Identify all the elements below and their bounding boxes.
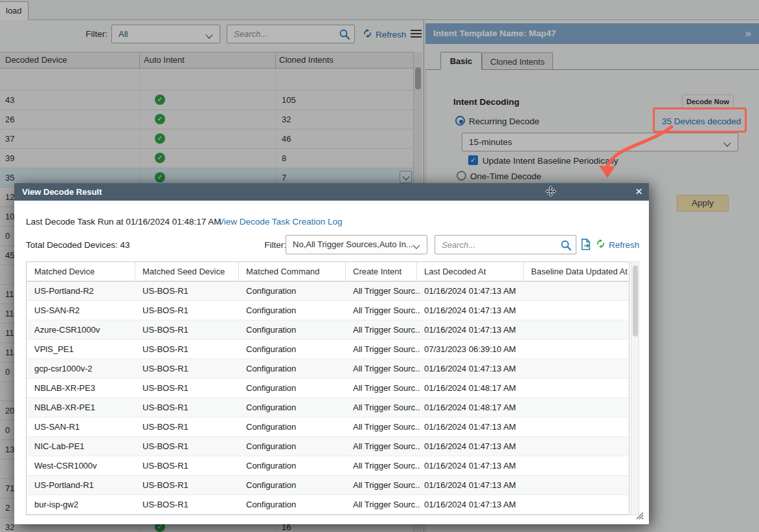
refresh-label: Refresh (609, 240, 639, 250)
matched-command-cell: Configuration (246, 359, 341, 378)
create-intent-cell: All Trigger Sourc... (353, 359, 420, 378)
last-decoded-cell: 01/16/2024 01:47:13 AM (424, 476, 519, 494)
decode-result-row: US-SAN-R2 US-BOS-R1 Configuration All Tr… (27, 301, 629, 320)
create-intent-cell: All Trigger Sourc... (353, 398, 420, 417)
matched-device-cell: NIC-Lab-PE1 (34, 437, 130, 456)
matched-seed-device-cell: US-BOS-R1 (142, 301, 233, 320)
modal-filter-dropdown[interactable]: No,All Trigger Sources,Auto In... (286, 235, 427, 254)
matched-command-cell: Configuration (246, 476, 341, 494)
matched-device-cell: Azure-CSR1000v (34, 320, 130, 339)
dialog-titlebar[interactable]: View Decode Result × (14, 183, 649, 201)
matched-seed-device-cell: US-BOS-R1 (142, 359, 233, 378)
create-intent-cell: All Trigger Sourc... (353, 379, 420, 397)
matched-command-cell: Configuration (246, 340, 341, 359)
resize-grip[interactable] (636, 512, 644, 522)
column-header-last-decoded-at[interactable]: Last Decoded At (424, 262, 519, 281)
modal-search-box[interactable] (435, 235, 576, 254)
matched-device-cell: gcp-csr1000v-2 (34, 359, 130, 378)
decode-result-table-header: Matched Device Matched Seed Device Match… (27, 262, 629, 282)
decode-result-row: Azure-CSR1000v US-BOS-R1 Configuration A… (27, 320, 629, 340)
decode-result-row: US-Portland-R1 US-BOS-R1 Configuration A… (27, 476, 629, 495)
last-decoded-cell: 07/31/2023 06:39:10 AM (424, 340, 519, 359)
view-decode-result-dialog: View Decode Result × Last Decode Task Ru… (14, 183, 649, 524)
close-icon[interactable]: × (635, 183, 642, 200)
annotation-arrow (583, 120, 686, 184)
modal-table-body: US-Portland-R2 US-BOS-R1 Configuration A… (27, 282, 629, 515)
column-header-create-intent[interactable]: Create Intent (353, 262, 420, 281)
chevron-down-icon (413, 241, 420, 249)
last-decoded-cell: 01/16/2024 01:47:13 AM (424, 301, 519, 320)
matched-device-cell: bur-isp-gw2 (34, 495, 130, 514)
decode-result-row: VPlS_PE1 US-BOS-R1 Configuration All Tri… (27, 340, 629, 359)
matched-command-cell: Configuration (246, 417, 341, 436)
export-icon[interactable] (580, 238, 592, 252)
matched-seed-device-cell: US-BOS-R1 (142, 282, 233, 300)
matched-device-cell: US-Portland-R1 (34, 476, 130, 494)
move-cursor-icon (545, 186, 556, 199)
matched-command-cell: Configuration (246, 398, 341, 417)
matched-device-cell: US-SAN-R2 (34, 301, 130, 320)
create-intent-cell: All Trigger Sourc... (353, 456, 420, 475)
create-intent-cell: All Trigger Sourc... (353, 320, 420, 339)
create-intent-cell: All Trigger Sourc... (353, 301, 420, 320)
modal-filter-value: No,All Trigger Sources,Auto In... (293, 239, 413, 249)
matched-seed-device-cell: US-BOS-R1 (142, 417, 233, 436)
last-decoded-cell: 01/16/2024 01:48:17 AM (424, 379, 519, 397)
refresh-icon (596, 239, 606, 250)
matched-seed-device-cell: US-BOS-R1 (142, 437, 233, 456)
matched-seed-device-cell: US-BOS-R1 (142, 340, 233, 359)
decode-result-row: US-Portland-R2 US-BOS-R1 Configuration A… (27, 282, 629, 301)
matched-device-cell: US-Portland-R2 (34, 282, 130, 300)
last-decoded-cell: 01/16/2024 01:48:17 AM (424, 398, 519, 417)
modal-filter-label: Filter: (258, 240, 286, 250)
column-header-matched-seed-device[interactable]: Matched Seed Device (142, 262, 233, 281)
create-intent-cell: All Trigger Sourc... (353, 476, 420, 494)
decode-result-row: gcp-csr1000v-2 US-BOS-R1 Configuration A… (27, 359, 629, 379)
matched-device-cell: US-SAN-R1 (34, 417, 130, 436)
matched-seed-device-cell: US-BOS-R1 (142, 456, 233, 475)
last-decoded-cell: 01/16/2024 01:47:13 AM (424, 320, 519, 339)
create-intent-cell: All Trigger Sourc... (353, 495, 420, 514)
matched-command-cell: Configuration (246, 437, 341, 456)
last-decode-run-text: Last Decode Task Run at 01/16/2024 01:48… (26, 217, 221, 227)
decode-result-row: NIC-Lab-PE1 US-BOS-R1 Configuration All … (27, 437, 629, 456)
create-intent-cell: All Trigger Sourc... (353, 340, 420, 359)
modal-refresh-button[interactable]: Refresh (596, 239, 639, 250)
dialog-title: View Decode Result (22, 183, 102, 201)
decode-result-table: Matched Device Matched Seed Device Match… (26, 261, 629, 515)
total-decoded-text: Total Decoded Devices: 43 (26, 240, 130, 250)
column-header-matched-device[interactable]: Matched Device (34, 262, 130, 281)
matched-command-cell: Configuration (246, 282, 341, 300)
last-decoded-cell: 01/16/2024 01:47:13 AM (424, 282, 519, 300)
matched-seed-device-cell: US-BOS-R1 (142, 495, 233, 514)
search-icon[interactable] (560, 239, 572, 253)
modal-search-input[interactable] (435, 236, 576, 254)
view-task-log-link[interactable]: View Decode Task Creation Log (218, 217, 343, 227)
app-screen: load Filter: All Refresh Decoded Device … (0, 0, 759, 532)
last-decoded-cell: 01/16/2024 01:47:13 AM (424, 359, 519, 378)
column-header-baseline-updated-at[interactable]: Baseline Data Updated At (531, 262, 627, 281)
matched-device-cell: West-CSR1000v (34, 456, 130, 475)
matched-seed-device-cell: US-BOS-R1 (142, 398, 233, 417)
decode-result-row: US-SAN-R1 US-BOS-R1 Configuration All Tr… (27, 417, 629, 437)
matched-command-cell: Configuration (246, 301, 341, 320)
matched-device-cell: VPlS_PE1 (34, 340, 130, 359)
matched-command-cell: Configuration (246, 495, 341, 514)
last-decoded-cell: 01/16/2024 01:47:13 AM (424, 456, 519, 475)
matched-seed-device-cell: US-BOS-R1 (142, 476, 233, 494)
column-header-matched-command[interactable]: Matched Command (246, 262, 341, 281)
create-intent-cell: All Trigger Sourc... (353, 282, 420, 300)
last-decoded-cell: 01/16/2024 01:47:13 AM (424, 417, 519, 436)
matched-command-cell: Configuration (246, 320, 341, 339)
decode-result-row: bur-isp-gw2 US-BOS-R1 Configuration All … (27, 495, 629, 515)
create-intent-cell: All Trigger Sourc... (353, 417, 420, 436)
create-intent-cell: All Trigger Sourc... (353, 437, 420, 456)
decode-result-row: NBLAB-XR-PE1 US-BOS-R1 Configuration All… (27, 398, 629, 417)
matched-device-cell: NBLAB-XR-PE3 (34, 379, 130, 397)
matched-device-cell: NBLAB-XR-PE1 (34, 398, 130, 417)
modal-scrollbar-thumb[interactable] (633, 265, 638, 337)
decode-result-row: West-CSR1000v US-BOS-R1 Configuration Al… (27, 456, 629, 476)
last-decoded-cell: 01/16/2024 01:47:13 AM (424, 437, 519, 456)
matched-command-cell: Configuration (246, 456, 341, 475)
matched-seed-device-cell: US-BOS-R1 (142, 379, 233, 397)
